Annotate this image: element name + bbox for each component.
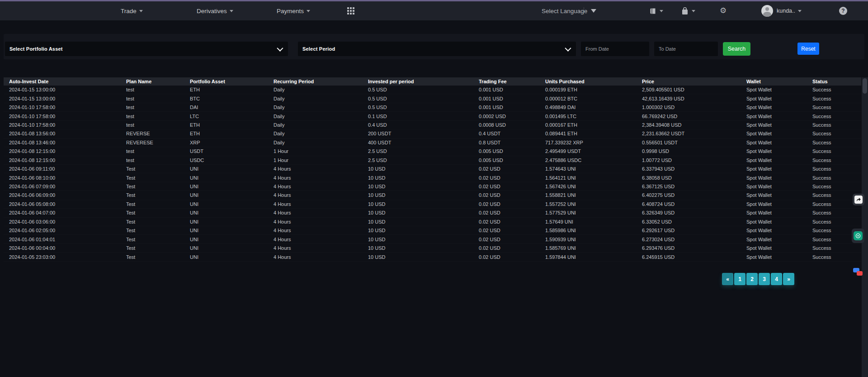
table-cell: Test — [126, 201, 190, 207]
table-cell: 0.0008 USD — [479, 122, 545, 128]
wallet-bag-icon[interactable] — [681, 1, 695, 20]
chatgpt-extension-icon[interactable] — [852, 229, 864, 243]
table-cell: Spot Wallet — [746, 87, 812, 92]
pagination-page-1[interactable]: 1 — [734, 273, 745, 285]
table-cell: ETH — [190, 131, 274, 136]
table-cell: Success — [812, 105, 861, 110]
table-cell: Success — [812, 166, 861, 172]
table-cell: 0.005 USD — [479, 148, 545, 154]
table-cell: UNI — [190, 184, 274, 189]
table-cell: REVERSE — [126, 131, 190, 136]
table-cell: Daily — [274, 131, 368, 136]
table-cell: 0.02 USD — [479, 201, 545, 207]
table-cell: 6.33052 USD — [642, 219, 746, 224]
table-row: 2024-01-06 08:10:00TestUNI4 Hours10 USD0… — [4, 173, 861, 182]
table-cell: 2.5 USD — [368, 157, 479, 163]
nav-item-label: Trade — [121, 8, 137, 14]
table-cell: 1.577529 UNI — [545, 210, 642, 215]
table-cell: test — [126, 96, 190, 101]
nav-item-trade[interactable]: Trade — [121, 1, 143, 20]
language-selector[interactable]: Select Language — [542, 1, 587, 20]
table-row: 2024-01-06 01:04:01TestUNI4 Hours10 USD0… — [4, 235, 861, 243]
table-cell: Success — [812, 175, 861, 181]
chat-bubbles-extension-icon[interactable] — [853, 267, 864, 279]
pagination-page-3[interactable]: 3 — [759, 273, 770, 285]
table-cell: Success — [812, 87, 861, 92]
scrollbar-track[interactable] — [862, 77, 868, 377]
table-cell: 0.5 USD — [368, 87, 479, 92]
search-button[interactable]: Search — [723, 42, 750, 56]
portfolio-asset-select[interactable]: Select Portfolio Asset — [5, 42, 288, 56]
table-cell: 1.00772 USD — [642, 157, 746, 163]
period-select[interactable]: Select Period — [298, 42, 576, 56]
table-cell: 0.02 USD — [479, 166, 545, 172]
table-cell: 0.000167 ETH — [545, 122, 642, 128]
table-cell: test — [126, 122, 190, 128]
table-cell: 1.000302 USD — [642, 105, 746, 110]
table-cell: ETH — [190, 122, 274, 128]
table-cell: Test — [126, 245, 190, 251]
table-cell: 10 USD — [368, 201, 479, 207]
table-cell: 0.4 USDT — [479, 131, 545, 136]
table-cell: Spot Wallet — [746, 219, 812, 224]
pagination-page-4[interactable]: 4 — [771, 273, 782, 285]
table-cell: 0.498849 DAI — [545, 105, 642, 110]
table-cell: DAI — [190, 105, 274, 110]
table-cell: 0.02 USD — [479, 228, 545, 233]
avatar-shoulders — [763, 12, 771, 17]
orders-book-icon[interactable] — [649, 1, 663, 20]
table-cell: Success — [812, 245, 861, 251]
settings-gear-icon[interactable]: ⚙ — [720, 1, 726, 20]
share-extension-icon[interactable] — [853, 194, 864, 205]
pagination-next[interactable]: » — [783, 273, 794, 285]
table-cell: 2.495499 USDT — [545, 148, 642, 154]
table-cell: 2024-01-06 08:10:00 — [9, 175, 126, 181]
table-cell: Test — [126, 210, 190, 215]
table-cell: 10 USD — [368, 210, 479, 215]
table-row: 2024-01-08 13:56:00REVERSEETHDaily200 US… — [4, 129, 861, 138]
table-cell: 42,613.16439 USD — [642, 96, 746, 101]
table-cell: 6.402275 USD — [642, 192, 746, 198]
scrollbar-thumb[interactable] — [863, 78, 867, 94]
table-cell: 0.000012 BTC — [545, 96, 642, 101]
table-cell: 6.273024 USD — [642, 237, 746, 242]
nav-item-derivatives[interactable]: Derivatives — [197, 1, 233, 20]
nav-item-payments[interactable]: Payments — [277, 1, 310, 20]
table-cell: 1.597844 UNI — [545, 254, 642, 260]
pagination-page-2[interactable]: 2 — [746, 273, 758, 285]
column-header: Auto-Invest Date — [9, 79, 126, 84]
period-select-label: Select Period — [298, 46, 335, 52]
from-date-input[interactable]: From Date — [581, 42, 649, 56]
table-cell: 2024-01-06 03:06:00 — [9, 219, 126, 224]
table-cell: Spot Wallet — [746, 157, 812, 163]
table-cell: 2,231.63662 USDT — [642, 131, 746, 136]
table-cell: Spot Wallet — [746, 175, 812, 181]
table-cell: XRP — [190, 140, 274, 145]
table-cell: 2024-01-06 01:04:01 — [9, 237, 126, 242]
table-cell: Daily — [274, 122, 368, 128]
to-date-input[interactable]: To Date — [654, 42, 718, 56]
table-cell: REVERESE — [126, 140, 190, 145]
table-cell: 0.001495 LTC — [545, 114, 642, 119]
column-header: Recurring Period — [274, 79, 368, 84]
user-menu[interactable]: kunda.. — [777, 1, 802, 20]
help-icon[interactable]: ? — [839, 7, 847, 15]
table-cell: Test — [126, 228, 190, 233]
apps-grid-icon[interactable] — [347, 7, 355, 15]
reset-button[interactable]: Reset — [797, 43, 819, 55]
table-cell: Spot Wallet — [746, 140, 812, 145]
chatgpt-logo-icon — [854, 231, 863, 240]
table-cell: 4 Hours — [274, 166, 368, 172]
pagination-prev[interactable]: « — [722, 273, 733, 285]
table-cell: 2024-01-10 17:58:00 — [9, 114, 126, 119]
avatar[interactable] — [761, 5, 773, 17]
table-cell: 0.001 USD — [479, 96, 545, 101]
table-row: 2024-01-08 13:46:00REVERESEXRPDaily400 U… — [4, 138, 861, 147]
language-dropdown-icon[interactable] — [591, 9, 596, 13]
chevron-down-icon — [307, 10, 310, 12]
table-cell: 2024-01-08 12:15:00 — [9, 157, 126, 163]
table-cell: 1.585769 UNI — [545, 245, 642, 251]
table-cell: 2024-01-06 09:11:00 — [9, 166, 126, 172]
table-cell: Spot Wallet — [746, 131, 812, 136]
table-row: 2024-01-06 02:05:00TestUNI4 Hours10 USD0… — [4, 226, 861, 235]
